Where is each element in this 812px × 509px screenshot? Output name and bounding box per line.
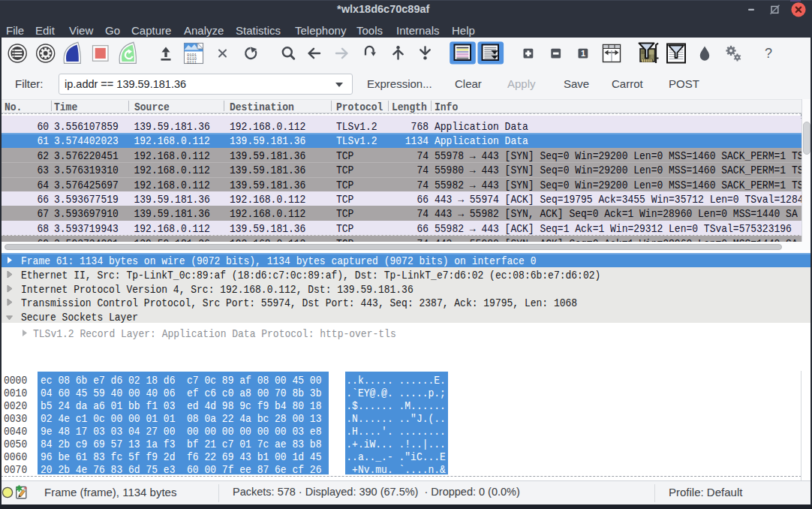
svg-text:1: 1 (581, 49, 585, 58)
svg-text:?: ? (765, 46, 772, 61)
svg-text:0111: 0111 (187, 61, 197, 65)
